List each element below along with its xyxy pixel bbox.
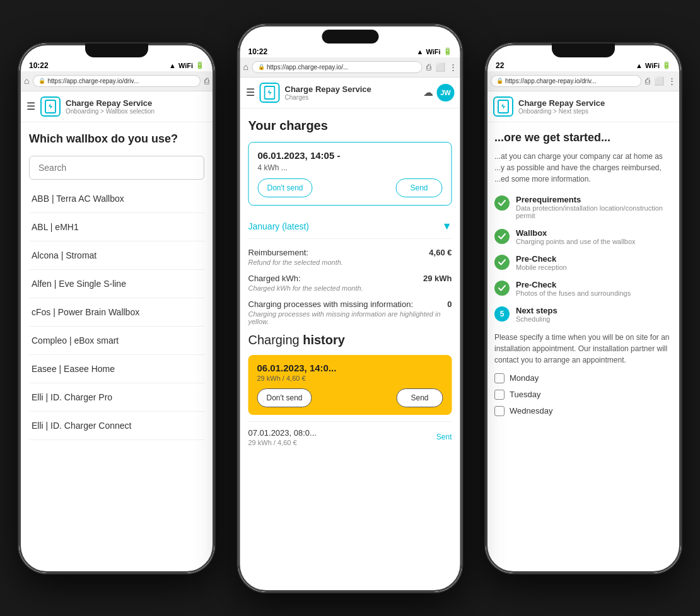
step-subtitle: Mobile reception [516,264,567,271]
list-item[interactable]: Elli | ID. Charger Pro [29,383,204,412]
onboarding-title: ...ore we get started... [494,131,672,144]
app-logo-left [40,96,61,117]
missing-info-sub: Charging processes with missing informat… [248,310,452,325]
search-input[interactable] [29,156,204,180]
send-yellow-button[interactable]: Send [396,388,443,407]
list-item[interactable]: Alfen | Eve Single S-line [29,270,204,298]
url-text-center: https://app.charge-repay.io/... [267,64,348,71]
browser-bar-right: 🔒 https://app.charge-repay.io/driv... ⎙ … [486,71,681,91]
step-title: Wallbox [516,228,636,238]
center-phone-content: Your charges 06.01.2023, 14:05 - 4 kWh .… [238,108,462,592]
tab-icon-center[interactable]: ⬜ [435,62,445,72]
app-header-right: Charge Repay Service Onboarding > Next s… [486,91,681,122]
charged-kwh-row: Charged kWh: 29 kWh Charged kWh for the … [248,274,452,292]
month-label: January (latest) [248,221,309,231]
share-icon-right[interactable]: ⎙ [645,76,650,86]
wifi-icon-right: WiFi [645,62,660,69]
checkbox-box[interactable] [494,390,505,400]
url-bar-left[interactable]: 🔒 https://app.charge-repay.io/driv... [33,75,201,87]
browser-bar-left: ⌂ 🔒 https://app.charge-repay.io/driv... … [19,71,214,91]
url-bar-right[interactable]: 🔒 https://app.charge-repay.io/driv... [491,75,641,87]
list-item[interactable]: Compleo | eBox smart [29,327,204,355]
lock-icon-center: 🔒 [258,64,265,70]
history-card-actions: Don't send Send [257,388,443,407]
list-item[interactable]: ABL | eMH1 [29,213,204,241]
reimbursement-row: Reimbursement: 4,60 € Refund for the sel… [248,248,452,266]
history-card-date: 06.01.2023, 14:0... [257,363,443,373]
list-item[interactable]: Alcona | Stromat [29,241,204,270]
history-item-plain: 07.01.2023, 08:0... 29 kWh / 4,60 € Sent [248,421,452,453]
more-icon-right[interactable]: ⋮ [668,76,676,86]
step-info: Pre-CheckPhotos of the fuses and surroun… [516,280,631,297]
browser-actions-right: ⎙ ⬜ ⋮ [645,76,676,86]
avatar-center[interactable]: JW [437,84,455,102]
right-phone: 22 ▲ WiFi 🔋 🔒 https://app.charge-repay.i… [486,44,681,573]
reimbursement-sub: Refund for the selected month. [248,259,452,266]
step-item: WallboxCharging points and use of the wa… [494,228,672,245]
history-card-yellow: 06.01.2023, 14:0... 29 kWh / 4,60 € Don'… [248,355,452,415]
step-title: Pre-Check [516,254,567,264]
home-icon[interactable]: ⌂ [24,76,29,86]
charge-date: 06.01.2023, 14:05 - [258,150,443,161]
checkbox-box[interactable] [494,406,505,416]
time-left: 10:22 [29,61,49,70]
left-phone: 10:22 ▲ WiFi 🔋 ⌂ 🔒 https://app.charge-re… [19,44,214,573]
charged-kwh-label: Charged kWh: [248,274,301,283]
breadcrumb-left: Onboarding > Wallbox selection [66,108,207,115]
tab-icon-right[interactable]: ⬜ [654,76,664,86]
step-info: WallboxCharging points and use of the wa… [516,228,636,245]
checkbox-item[interactable]: Tuesday [494,390,672,400]
history-item-sent: Sent [436,433,452,441]
dont-send-button[interactable]: Don't send [258,178,313,197]
battery-icon-right: 🔋 [662,61,671,69]
charge-card-actions: Don't send Send [258,178,443,197]
center-phone: 10:22 ▲ WiFi 🔋 ⌂ 🔒 https://app.charge-re… [238,25,462,592]
reimbursement-label: Reimbursement: [248,248,308,257]
menu-icon-center[interactable]: ☰ [246,86,255,98]
days-list: MondayTuesdayWednesday [494,373,672,416]
step-info: PrerequirementsData protection/installat… [516,195,672,219]
wifi-icon: WiFi [178,62,193,69]
dont-send-yellow-button[interactable]: Don't send [257,388,312,407]
list-item[interactable]: ABB | Terra AC Wallbox [29,185,204,213]
missing-info-value: 0 [447,299,452,309]
browser-actions-center: ⎙ ⬜ ⋮ [426,62,457,72]
list-item[interactable]: Easee | Easee Home [29,355,204,383]
checkbox-box[interactable] [494,373,505,383]
cloud-icon[interactable]: ☁ [423,86,433,98]
more-icon-center[interactable]: ⋮ [449,62,457,72]
app-logo-right [493,96,513,117]
battery-icon-center: 🔋 [443,47,452,55]
step-info: Next stepsScheduling [516,306,557,323]
header-icons-center: ☁ JW [423,84,455,102]
url-bar-center[interactable]: 🔒 https://app.charge-repay.io/... [252,61,423,73]
list-item[interactable]: cFos | Power Brain Wallbox [29,298,204,327]
list-item[interactable]: Elli | ID. Charger Connect [29,412,204,440]
app-title-group-center: Charge Repay Service Charges [285,84,418,101]
app-header-center: ☰ Charge Repay Service Charges ☁ JW [238,78,462,108]
step-subtitle: Data protection/installation location/co… [516,204,672,219]
step-item: Pre-CheckMobile reception [494,254,672,271]
charge-card: 06.01.2023, 14:05 - 4 kWh ... Don't send… [248,142,452,206]
left-phone-content: Which wallbox do you use? ABB | Terra AC… [19,122,214,573]
lock-icon: 🔒 [38,78,45,84]
checkbox-label: Wednesday [510,406,552,416]
app-title-left: Charge Repay Service [66,98,207,108]
checkbox-label: Monday [510,373,539,383]
share-icon[interactable]: ⎙ [204,76,209,86]
menu-icon[interactable]: ☰ [26,100,35,112]
dynamic-island [322,30,378,44]
onboarding-description: ...at you can charge your company car at… [494,151,672,185]
app-logo-center [260,83,280,103]
charges-title: Your charges [248,119,452,133]
share-icon-center[interactable]: ⎙ [426,62,431,72]
checkbox-label: Tuesday [510,390,540,399]
month-selector[interactable]: January (latest) ▼ [248,214,452,239]
step-item: Pre-CheckPhotos of the fuses and surroun… [494,280,672,297]
checkbox-item[interactable]: Wednesday [494,406,672,416]
home-icon-center[interactable]: ⌂ [243,62,248,72]
step-title: Prerequirements [516,195,672,204]
app-title-group-left: Charge Repay Service Onboarding > Wallbo… [66,98,207,115]
checkbox-item[interactable]: Monday [494,373,672,383]
send-button[interactable]: Send [395,178,442,197]
